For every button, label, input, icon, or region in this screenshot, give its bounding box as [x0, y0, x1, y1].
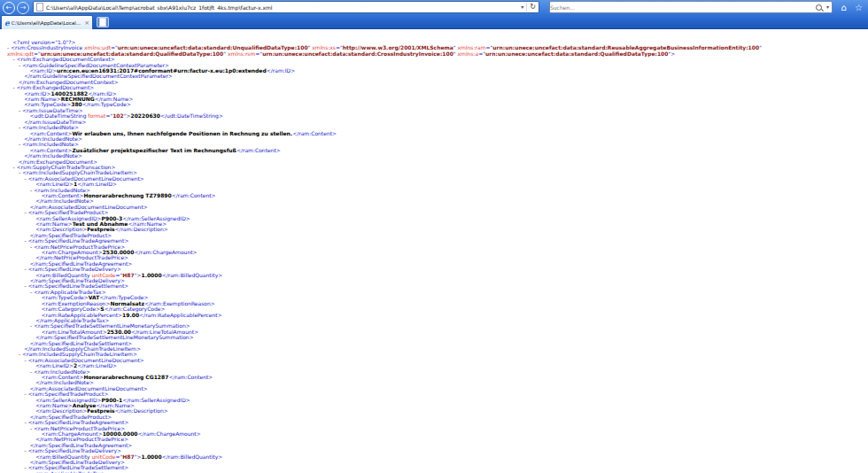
xml-markup: " — [759, 44, 762, 50]
xml-markup: </udt:DateTimeString> — [160, 112, 223, 119]
ie-window: { "browser": { "address": { "value": "C:… — [0, 0, 868, 473]
address-dropdown-icon[interactable]: ▾ — [518, 2, 526, 12]
xml-text: 1.0000 — [141, 454, 161, 460]
refresh-icon[interactable]: ↻ — [527, 2, 539, 12]
home-icon: ⌂ — [841, 3, 846, 12]
xml-attr-value: urn:un:unece:uncefact:data:standard:Cros… — [262, 50, 453, 57]
favorites-button[interactable]: ☆ — [852, 2, 865, 13]
search-dropdown-icon[interactable]: ▾ — [824, 2, 832, 12]
xml-text: Zusätzlicher projektspezifischer Text im… — [72, 147, 236, 153]
address-bar[interactable]: ▾ ↻ — [33, 1, 539, 13]
xml-document-view: <?xml version="1.0"?>- <rsm:CrossIndustr… — [0, 29, 868, 473]
xml-markup: </ram:Content> — [172, 192, 216, 198]
ie-favicon: e — [4, 19, 10, 27]
xml-markup: "> — [124, 112, 131, 119]
xml-attr-name: xmlns:rsm — [228, 50, 255, 57]
search-input[interactable] — [550, 4, 814, 11]
new-tab-icon — [99, 18, 106, 27]
xml-attr-value: 102 — [112, 112, 124, 119]
xml-text: 19.00 — [122, 312, 139, 318]
xml-text: Wir erlauben uns, Ihnen nachfolgende Pos… — [72, 130, 292, 136]
tab-close-icon[interactable]: × — [82, 17, 89, 29]
xml-text: 1.0000 — [141, 272, 161, 278]
xml-markup: </ram:BilledQuantity> — [162, 272, 223, 278]
xml-markup: </ram:Description> — [115, 407, 168, 414]
xml-markup: </ram:Content> — [292, 130, 337, 136]
tab-bar: e C:\Users\ali\AppData\Local... × — [0, 15, 868, 29]
xml-attr-value: urn:un:unece:uncefact:data:standard:Qual… — [485, 50, 668, 57]
search-box[interactable]: ▾ — [549, 1, 833, 13]
forward-icon: → — [20, 4, 27, 12]
xml-markup: </ram:Content> — [168, 374, 213, 380]
star-icon: ☆ — [855, 3, 863, 12]
xml-markup: "> — [668, 50, 675, 57]
xml-line: - <rsm:CrossIndustryInvoice xmlns:udt="u… — [0, 45, 868, 57]
new-tab-button[interactable] — [97, 17, 109, 27]
search-icon[interactable] — [816, 4, 822, 11]
forward-button[interactable]: → — [17, 2, 29, 14]
tab-title: C:\Users\ali\AppData\Local... — [12, 20, 82, 26]
browser-chrome: ← → ▾ ↻ ▾ ⌂ ☆ e C:\Users\ali\AppData\Loc… — [0, 0, 868, 29]
back-icon: ← — [6, 4, 12, 12]
xml-attr-name: format — [88, 112, 105, 119]
tab-active[interactable]: e C:\Users\ali\AppData\Local... × — [1, 15, 93, 29]
xml-markup: </ram:ChargeAmount> — [134, 249, 197, 255]
xml-text: 20220630 — [131, 112, 160, 119]
back-button[interactable]: ← — [3, 2, 15, 14]
xml-markup: =" — [255, 50, 262, 57]
address-input[interactable] — [46, 4, 518, 11]
xml-markup: =" — [478, 50, 485, 57]
home-button[interactable]: ⌂ — [837, 2, 850, 13]
xml-markup: </ram:RateApplicablePercent> — [139, 312, 222, 318]
xml-markup: </ram:Description> — [115, 226, 168, 232]
xml-text: Honorarabrechnung TZ79890 — [83, 192, 171, 198]
xml-markup: </ram:ChargeAmount> — [138, 430, 201, 437]
xml-markup: </ram:ID> — [267, 67, 295, 74]
xml-markup: </ram:BilledQuantity> — [162, 454, 223, 460]
xml-markup: </ram:Content> — [236, 147, 281, 153]
xml-attr-name: xmlns:a — [458, 50, 479, 57]
xml-text: Honorarabrechnung CG1287 — [83, 374, 168, 380]
xml-markup: </ram:TypeCode> — [82, 101, 131, 107]
document-icon — [36, 3, 43, 12]
